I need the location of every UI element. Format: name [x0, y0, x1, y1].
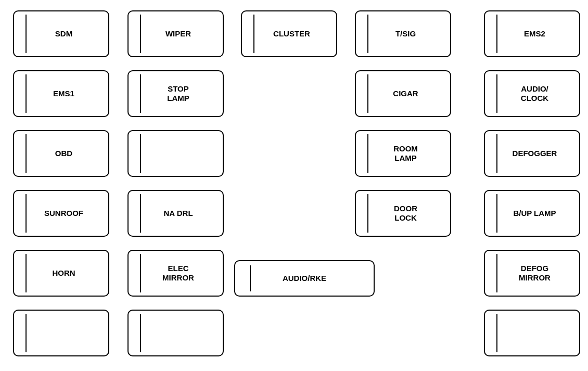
- fuse-divider: [140, 74, 141, 113]
- fuse-divider: [496, 254, 497, 292]
- fuse-label-bup-lamp: B/UP LAMP: [508, 209, 556, 218]
- fuse-label-na-drl: NA DRL: [158, 209, 193, 218]
- fuse-ems1: EMS1: [13, 70, 109, 117]
- fuse-label-cigar: CIGAR: [388, 89, 418, 98]
- fuse-label-audio-rke: AUDIO/RKE: [283, 274, 326, 283]
- fuse-divider: [25, 314, 27, 352]
- fuse-wiper: WIPER: [127, 10, 224, 57]
- fuse-divider: [496, 74, 497, 113]
- fuse-sunroof: SUNROOF: [13, 190, 109, 237]
- fuse-cluster: CLUSTER: [241, 10, 337, 57]
- fuse-divider: [25, 74, 27, 113]
- fuse-audio-rke: AUDIO/RKE: [234, 260, 375, 297]
- fuse-na-drl: NA DRL: [127, 190, 224, 237]
- fuse-divider: [496, 134, 497, 173]
- fuse-label-sdm: SDM: [50, 29, 72, 39]
- fuse-divider: [250, 265, 251, 291]
- fuse-label-stop-lamp: STOPLAMP: [162, 84, 189, 103]
- fuse-divider: [140, 194, 141, 233]
- fuse-label-defogger: DEFOGGER: [507, 149, 557, 158]
- fuse-divider: [253, 15, 254, 53]
- fuse-defog-mirror: DEFOGMIRROR: [484, 250, 580, 297]
- fuse-divider: [496, 314, 497, 352]
- fuse-label-ems2: EMS2: [519, 29, 545, 39]
- fuse-sdm: SDM: [13, 10, 109, 57]
- fuse-audio-clock: AUDIO/CLOCK: [484, 70, 580, 117]
- fuse-divider: [140, 314, 141, 352]
- fuse-empty4: [484, 310, 580, 356]
- fuse-defogger: DEFOGGER: [484, 130, 580, 177]
- fuse-divider: [496, 194, 497, 233]
- fuse-label-cluster: CLUSTER: [268, 29, 310, 39]
- fuse-bup-lamp: B/UP LAMP: [484, 190, 580, 237]
- fuse-empty2: [13, 310, 109, 356]
- fuse-label-room-lamp: ROOMLAMP: [388, 144, 418, 163]
- fuse-divider: [367, 15, 368, 53]
- fuse-empty3: [127, 310, 224, 356]
- fuse-label-door-lock: DOORLOCK: [389, 204, 417, 223]
- fuse-label-defog-mirror: DEFOGMIRROR: [514, 264, 551, 283]
- fuse-divider: [25, 134, 27, 173]
- fuse-room-lamp: ROOMLAMP: [355, 130, 451, 177]
- fuse-divider: [496, 15, 497, 53]
- fuse-label-elec-mirror: ELECMIRROR: [157, 264, 194, 283]
- fuse-tsig: T/SIG: [355, 10, 451, 57]
- fuse-divider: [25, 15, 27, 53]
- fuse-elec-mirror: ELECMIRROR: [127, 250, 224, 297]
- fuse-label-sunroof: SUNROOF: [39, 209, 83, 218]
- fuse-stop-lamp: STOPLAMP: [127, 70, 224, 117]
- fuse-divider: [367, 74, 368, 113]
- fuse-divider: [140, 15, 141, 53]
- fuse-label-wiper: WIPER: [160, 29, 191, 39]
- fuse-obd: OBD: [13, 130, 109, 177]
- fuse-cigar: CIGAR: [355, 70, 451, 117]
- fuse-label-horn: HORN: [47, 268, 75, 278]
- fuse-divider: [140, 254, 141, 292]
- fuse-label-ems1: EMS1: [48, 89, 74, 98]
- fuse-diagram: SDMWIPERCLUSTERT/SIGEMS2EMS1STOPLAMPCIGA…: [5, 5, 583, 366]
- fuse-divider: [25, 194, 27, 233]
- fuse-empty1: [127, 130, 224, 177]
- fuse-door-lock: DOORLOCK: [355, 190, 451, 237]
- fuse-label-tsig: T/SIG: [390, 29, 416, 39]
- fuse-horn: HORN: [13, 250, 109, 297]
- fuse-divider: [140, 134, 141, 173]
- fuse-divider: [367, 134, 368, 173]
- fuse-divider: [25, 254, 27, 292]
- fuse-divider: [367, 194, 368, 233]
- fuse-label-obd: OBD: [50, 149, 72, 158]
- fuse-label-audio-clock: AUDIO/CLOCK: [516, 84, 548, 103]
- fuse-ems2: EMS2: [484, 10, 580, 57]
